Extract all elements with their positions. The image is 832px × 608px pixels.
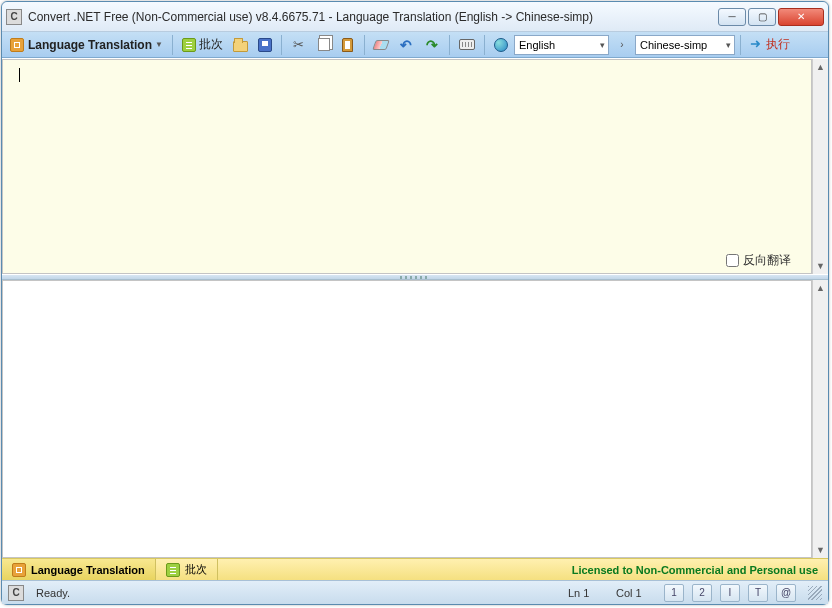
- text-cursor: [19, 68, 20, 82]
- scroll-down-icon[interactable]: ▼: [813, 542, 828, 558]
- translation-icon: [10, 38, 24, 52]
- separator: [364, 35, 365, 55]
- window-buttons: ─ ▢ ✕: [716, 8, 824, 26]
- scroll-track[interactable]: [813, 296, 828, 542]
- license-text: Licensed to Non-Commercial and Personal …: [572, 559, 828, 580]
- batch-icon: [182, 38, 196, 52]
- dropdown-arrow-icon: ▼: [155, 40, 163, 49]
- input-scrollbar[interactable]: ▲ ▼: [812, 59, 828, 274]
- tab-label: Language Translation: [31, 564, 145, 576]
- arrow-right-icon: ›: [620, 39, 623, 50]
- separator: [740, 35, 741, 55]
- toolbar: Language Translation ▼ 批次 ✂ ↶ ↷ English …: [2, 32, 828, 58]
- minimize-button[interactable]: ─: [718, 8, 746, 26]
- tab-label: 批次: [185, 562, 207, 577]
- status-bar: C Ready. Ln 1 Col 1 1 2 I T @: [2, 580, 828, 604]
- output-textarea[interactable]: [2, 280, 812, 558]
- scroll-up-icon[interactable]: ▲: [813, 280, 828, 296]
- redo-button[interactable]: ↷: [420, 34, 444, 56]
- reverse-translate-checkbox[interactable]: 反向翻译: [726, 252, 791, 269]
- undo-button[interactable]: ↶: [394, 34, 418, 56]
- copy-button[interactable]: [313, 34, 335, 56]
- reverse-label: 反向翻译: [743, 252, 791, 269]
- save-icon: [258, 38, 272, 52]
- batch-label: 批次: [199, 36, 223, 53]
- mode-label: Language Translation: [28, 38, 152, 52]
- close-button[interactable]: ✕: [778, 8, 824, 26]
- cut-icon: ✂: [291, 37, 307, 53]
- app-icon: C: [8, 585, 24, 601]
- status-button-i[interactable]: I: [720, 584, 740, 602]
- keyboard-icon: [459, 39, 475, 50]
- resize-grip-icon[interactable]: [808, 586, 822, 600]
- swap-languages-button[interactable]: ›: [611, 34, 633, 56]
- maximize-button[interactable]: ▢: [748, 8, 776, 26]
- target-language-dropdown[interactable]: Chinese-simp: [635, 35, 735, 55]
- status-ready: Ready.: [36, 587, 70, 599]
- input-pane-wrap: 反向翻译 ▲ ▼: [2, 59, 828, 274]
- source-language-dropdown[interactable]: English: [514, 35, 609, 55]
- source-language-value: English: [519, 39, 555, 51]
- app-icon: C: [6, 9, 22, 25]
- mode-dropdown[interactable]: Language Translation ▼: [6, 34, 167, 56]
- keyboard-button[interactable]: [455, 34, 479, 56]
- status-button-at[interactable]: @: [776, 584, 796, 602]
- output-pane-wrap: ▲ ▼: [2, 280, 828, 558]
- undo-icon: ↶: [398, 37, 414, 53]
- separator: [449, 35, 450, 55]
- separator: [281, 35, 282, 55]
- app-window: C Convert .NET Free (Non-Commercial use)…: [1, 1, 829, 605]
- open-button[interactable]: [229, 34, 252, 56]
- input-textarea[interactable]: 反向翻译: [2, 59, 812, 274]
- tabs-bar: Language Translation 批次 Licensed to Non-…: [2, 558, 828, 580]
- eraser-icon: [372, 40, 390, 50]
- status-button-2[interactable]: 2: [692, 584, 712, 602]
- scroll-up-icon[interactable]: ▲: [813, 59, 828, 75]
- status-button-1[interactable]: 1: [664, 584, 684, 602]
- paste-icon: [342, 38, 353, 52]
- reverse-checkbox-input[interactable]: [726, 254, 739, 267]
- tab-translation[interactable]: Language Translation: [2, 559, 156, 580]
- translation-icon: [12, 563, 26, 577]
- target-language-value: Chinese-simp: [640, 39, 707, 51]
- scroll-down-icon[interactable]: ▼: [813, 258, 828, 274]
- main-area: 反向翻译 ▲ ▼ ▲ ▼: [2, 58, 828, 558]
- redo-icon: ↷: [424, 37, 440, 53]
- erase-button[interactable]: [370, 34, 392, 56]
- batch-icon: [166, 563, 180, 577]
- globe-icon: [494, 38, 508, 52]
- cut-button[interactable]: ✂: [287, 34, 311, 56]
- web-button[interactable]: [490, 34, 512, 56]
- folder-icon: [233, 41, 248, 52]
- batch-button[interactable]: 批次: [178, 34, 227, 56]
- paste-button[interactable]: [337, 34, 359, 56]
- save-button[interactable]: [254, 34, 276, 56]
- output-scrollbar[interactable]: ▲ ▼: [812, 280, 828, 558]
- copy-icon: [318, 38, 330, 51]
- run-button[interactable]: 执行: [746, 34, 794, 56]
- separator: [484, 35, 485, 55]
- run-label: 执行: [766, 36, 790, 53]
- scroll-track[interactable]: [813, 75, 828, 258]
- tab-batch[interactable]: 批次: [156, 559, 218, 580]
- status-button-t[interactable]: T: [748, 584, 768, 602]
- separator: [172, 35, 173, 55]
- status-col: Col 1: [616, 587, 656, 599]
- titlebar: C Convert .NET Free (Non-Commercial use)…: [2, 2, 828, 32]
- window-title: Convert .NET Free (Non-Commercial use) v…: [28, 10, 716, 24]
- status-line: Ln 1: [568, 587, 608, 599]
- run-icon: [750, 38, 764, 52]
